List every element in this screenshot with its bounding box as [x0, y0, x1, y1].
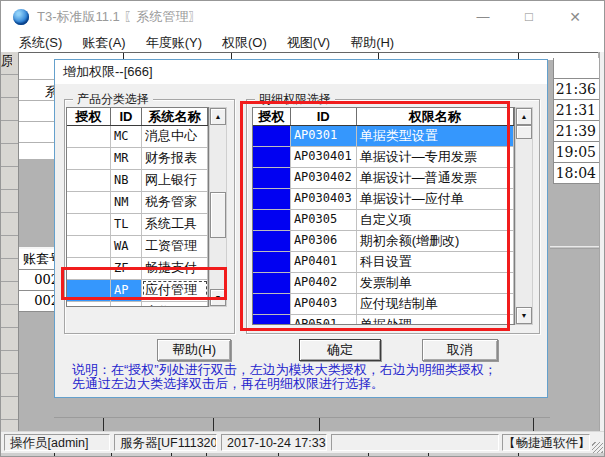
column-header-id[interactable]: ID: [111, 108, 142, 125]
auth-cell[interactable]: [67, 126, 111, 147]
table-row[interactable]: TL系统工具: [67, 214, 208, 236]
product-table: 授权 ID 系统名称 MC消息中心MR财务报表NB网上银行NM税务管家TL系统工…: [66, 107, 209, 307]
ok-button[interactable]: 确定: [299, 339, 381, 361]
auth-cell[interactable]: [67, 236, 111, 257]
maximize-button[interactable]: □: [508, 1, 550, 33]
auth-cell[interactable]: [253, 147, 291, 167]
scroll-up-icon[interactable]: ▲: [210, 108, 226, 125]
table-cell: MC: [111, 126, 142, 147]
auth-cell[interactable]: [253, 315, 291, 325]
table-row[interactable]: AP0401科目设置: [253, 252, 514, 273]
app-window: T3-标准版11.1 〖系统管理〗 — □ ✕ 系统(S)账套(A)年度账(Y)…: [0, 0, 605, 457]
dialog-title-bar[interactable]: 增加权限--[666]: [55, 60, 547, 84]
table-row[interactable]: AP0402发票制单: [253, 273, 514, 294]
table-row[interactable]: AP030403单据设计—应付单: [253, 189, 514, 210]
table-cell: 消息中心: [142, 126, 208, 147]
table-row[interactable]: AP0403应付现结制单: [253, 294, 514, 315]
resize-grip-icon[interactable]: [592, 442, 603, 453]
scroll-down-icon[interactable]: ▼: [516, 307, 532, 324]
table-cell: 单据设计—专用发票: [357, 147, 514, 167]
scroll-down-icon[interactable]: ▼: [210, 289, 226, 306]
auth-cell[interactable]: [67, 258, 111, 279]
auth-cell[interactable]: [253, 210, 291, 230]
detail-group-label: 明细权限选择: [255, 93, 335, 105]
close-button[interactable]: ✕: [554, 1, 596, 33]
auth-cell[interactable]: [253, 231, 291, 251]
table-cell: AP030401: [291, 147, 357, 167]
table-row[interactable]: AP0501单据处理: [253, 315, 514, 325]
background-bottom-sliver: [1, 453, 604, 457]
background-table-left: 系: [19, 59, 55, 159]
table-cell: ZF: [111, 258, 142, 279]
table-row[interactable]: AP030402单据设计—普通发票: [253, 168, 514, 189]
table-cell: AK: [111, 302, 142, 307]
menu-bar: 系统(S)账套(A)年度账(Y)权限(O)视图(V)帮助(H): [1, 33, 604, 52]
product-group-label: 产品分类选择: [73, 93, 153, 105]
table-row[interactable]: AP0306期初余额(增删改): [253, 231, 514, 252]
table-row[interactable]: NM税务管家: [67, 192, 208, 214]
auth-cell[interactable]: [67, 280, 111, 301]
table-row[interactable]: MR财务报表: [67, 148, 208, 170]
table-row[interactable]: ZF畅捷支付: [67, 258, 208, 280]
auth-cell[interactable]: [253, 273, 291, 293]
help-button[interactable]: 帮助(H): [157, 339, 231, 361]
add-permission-dialog: 增加权限--[666] 产品分类选择 明细权限选择 授权 ID 系统名称 MC消…: [54, 59, 548, 398]
scrollbar-thumb[interactable]: [210, 192, 226, 238]
menu-item[interactable]: 帮助(H): [340, 33, 404, 52]
cancel-button[interactable]: 取消: [422, 339, 498, 361]
table-row[interactable]: WA工资管理: [67, 236, 208, 258]
table-row[interactable]: NB网上银行: [67, 170, 208, 192]
product-scrollbar[interactable]: ▲ ▼: [209, 107, 227, 307]
product-table-header: 授权 ID 系统名称: [67, 108, 208, 126]
menu-item[interactable]: 系统(S): [9, 33, 72, 52]
title-bar[interactable]: T3-标准版11.1 〖系统管理〗 — □ ✕: [1, 1, 604, 33]
scroll-up-icon[interactable]: ▲: [516, 108, 532, 125]
menu-item[interactable]: 权限(O): [212, 33, 277, 52]
table-cell: AP0306: [291, 231, 357, 251]
auth-cell[interactable]: [67, 302, 111, 307]
auth-cell[interactable]: [253, 294, 291, 314]
table-cell: WA: [111, 236, 142, 257]
table-row[interactable]: AP0301单据类型设置: [253, 126, 514, 147]
table-row[interactable]: AP应付管理: [67, 280, 208, 302]
auth-cell[interactable]: [253, 126, 291, 146]
table-row[interactable]: MC消息中心: [67, 126, 208, 148]
table-cell: AP0301: [291, 126, 357, 146]
column-header-auth[interactable]: 授权: [67, 108, 111, 125]
time-cell: 21:31: [554, 100, 599, 121]
auth-cell[interactable]: [67, 148, 111, 169]
background-grid-line: [54, 417, 550, 418]
background-row-header-strip: [1, 52, 19, 431]
auth-cell[interactable]: [67, 214, 111, 235]
column-header-id[interactable]: ID: [291, 108, 357, 125]
menu-item[interactable]: 视图(V): [277, 33, 340, 52]
table-row[interactable]: AK应收管理: [67, 302, 208, 307]
table-cell: 应收管理: [142, 302, 208, 307]
menu-item[interactable]: 年度账(Y): [136, 33, 212, 52]
column-header-name[interactable]: 系统名称: [142, 108, 208, 125]
column-header-name[interactable]: 权限名称: [357, 108, 514, 125]
table-cell: 期初余额(增删改): [357, 231, 514, 251]
status-vendor: 【畅捷通软件】: [502, 434, 590, 451]
auth-cell[interactable]: [253, 189, 291, 209]
table-row[interactable]: AP030401单据设计—专用发票: [253, 147, 514, 168]
table-cell: NM: [111, 192, 142, 213]
minimize-button[interactable]: —: [462, 1, 504, 33]
auth-cell[interactable]: [253, 168, 291, 188]
auth-cell[interactable]: [67, 170, 111, 191]
table-cell: 应付现结制单: [357, 294, 514, 314]
menu-item[interactable]: 账套(A): [72, 33, 135, 52]
background-splitter: [550, 246, 605, 249]
scrollbar-thumb[interactable]: [516, 125, 532, 139]
auth-cell[interactable]: [67, 192, 111, 213]
table-cell: NB: [111, 170, 142, 191]
table-row[interactable]: AP0305自定义项: [253, 210, 514, 231]
table-cell: 单据处理: [357, 315, 514, 325]
table-cell: 自定义项: [357, 210, 514, 230]
status-empty-panel: [331, 434, 499, 451]
detail-scrollbar[interactable]: ▲ ▼: [515, 107, 533, 325]
column-header-auth[interactable]: 授权: [253, 108, 291, 125]
auth-cell[interactable]: [253, 252, 291, 272]
background-clipped-text: 原: [1, 52, 12, 70]
window-right-edge: [599, 52, 605, 431]
